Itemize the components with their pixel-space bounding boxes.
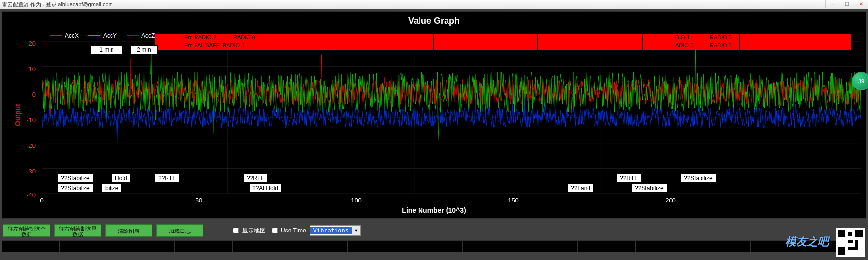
dropdown-selected-value: Vibrations xyxy=(310,227,352,234)
x-tick: 0 xyxy=(40,197,43,204)
error-label: RADIO-0 xyxy=(710,34,732,40)
mode-marker: ??Stabilize xyxy=(57,184,93,193)
chevron-down-icon: ▼ xyxy=(352,226,360,235)
time-range-1min-button[interactable]: 1 min xyxy=(91,45,122,54)
show-map-label: 显示地图 xyxy=(242,227,266,235)
show-map-checkbox[interactable]: 显示地图 xyxy=(231,226,266,235)
error-label: ADIO-0 xyxy=(675,42,694,48)
maximize-button[interactable]: ☐ xyxy=(840,0,854,8)
error-label: DIO-1 xyxy=(675,34,690,40)
series-accx xyxy=(42,55,861,118)
use-time-checkbox-input[interactable] xyxy=(272,228,278,233)
plot-svg xyxy=(42,41,861,194)
y-tick: -40 xyxy=(27,191,36,199)
use-time-label: Use Time xyxy=(281,227,306,234)
mode-marker: ??RTL xyxy=(155,174,179,183)
minimize-button[interactable]: ─ xyxy=(825,0,840,8)
window-controls: ─ ☐ ✕ xyxy=(825,0,868,8)
qr-code-icon xyxy=(836,228,865,257)
error-label: Err_RADIO-2 xyxy=(184,34,216,40)
clear-chart-button[interactable]: 清除图表 xyxy=(105,224,152,237)
legend-swatch-icon xyxy=(127,35,139,36)
mode-marker: ??AltHold xyxy=(249,184,281,193)
pan-left-button[interactable]: 往左侧绘制这个数据 xyxy=(3,224,50,237)
pan-right-button[interactable]: 往右侧绘制这里数据 xyxy=(54,224,101,237)
badge-value: 39 xyxy=(858,78,864,84)
legend-label: AccY xyxy=(103,32,117,39)
x-tick: 100 xyxy=(351,197,362,204)
x-tick: 50 xyxy=(196,197,202,204)
y-tick: 0 xyxy=(32,91,36,98)
legend-label: AccZ xyxy=(141,32,155,39)
status-strip xyxy=(2,240,866,252)
time-range-2min-button[interactable]: 2 min xyxy=(130,45,158,54)
y-tick: -20 xyxy=(27,142,36,149)
mode-marker: ??Stabilize xyxy=(680,174,716,183)
plot-area[interactable] xyxy=(42,41,861,194)
legend-swatch-icon xyxy=(88,35,100,36)
mode-marker: Hold xyxy=(112,174,131,183)
y-tick: 20 xyxy=(29,40,36,47)
y-tick: -10 xyxy=(27,116,36,124)
badge-indicator[interactable]: 39 xyxy=(852,72,868,90)
x-tick: 200 xyxy=(665,197,676,204)
series-dropdown[interactable]: Vibrations ▼ xyxy=(310,225,361,236)
x-axis-label: Line Number (10^3) xyxy=(2,206,866,214)
mode-marker: ??Stabilize xyxy=(631,184,667,193)
y-tick: -30 xyxy=(27,168,36,175)
watermark-text: 模友之吧 xyxy=(785,234,829,249)
chart-container: Value Graph Output 20 10 0 -10 -20 -30 -… xyxy=(2,11,866,219)
mode-marker: ??Land xyxy=(567,184,594,193)
legend-item-accz: AccZ xyxy=(127,32,155,39)
error-label: RADIO-1 xyxy=(710,42,732,48)
legend-item-accy: AccY xyxy=(88,32,117,39)
window-title: 雷云配置器 作为...登录 aibluecapf@gmail.com xyxy=(2,0,113,9)
load-log-button[interactable]: 加载日志 xyxy=(156,224,203,237)
error-label: RADIO-0 xyxy=(233,34,255,40)
legend: AccX AccY AccZ xyxy=(50,32,155,39)
close-button[interactable]: ✕ xyxy=(854,0,868,8)
bottom-toolbar: 往左侧绘制这个数据 往右侧绘制这里数据 清除图表 加载日志 显示地图 Use T… xyxy=(0,221,868,240)
mode-marker: ??RTL xyxy=(616,174,641,183)
chart-title: Value Graph xyxy=(2,16,866,26)
legend-item-accx: AccX xyxy=(50,32,79,39)
legend-swatch-icon xyxy=(50,35,62,36)
mode-marker: bilize xyxy=(102,184,122,193)
error-band: Err_RADIO-2 RADIO-0 DIO-1 RADIO-0 Err_FA… xyxy=(155,34,851,50)
y-axis-label: Output xyxy=(14,104,22,126)
x-tick: 150 xyxy=(508,197,519,204)
mode-marker: ??Stabilize xyxy=(57,174,93,183)
window-titlebar: 雷云配置器 作为...登录 aibluecapf@gmail.com ─ ☐ ✕ xyxy=(0,0,868,9)
series-accz xyxy=(42,95,861,141)
mode-marker: ??RTL xyxy=(243,174,268,183)
y-tick: 10 xyxy=(29,65,36,73)
legend-label: AccX xyxy=(65,32,79,39)
show-map-checkbox-input[interactable] xyxy=(233,228,239,233)
use-time-checkbox[interactable]: Use Time xyxy=(270,226,306,235)
error-label: Err_FAILSAFE_RADIO-1 xyxy=(184,42,245,48)
